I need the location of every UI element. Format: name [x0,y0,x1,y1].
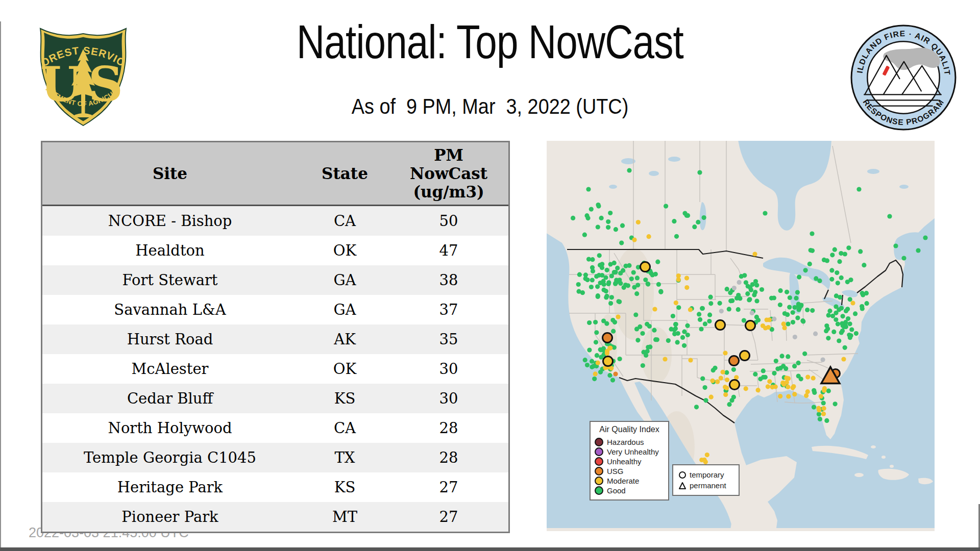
pm-cell: 28 [392,449,505,466]
temporary-circle-icon [678,471,687,479]
table-row: Savannah L&AGA37 [42,295,508,324]
table-row: Cedar BluffKS30 [42,384,508,413]
state-cell: OK [298,360,392,378]
window-edge-bottom [0,547,980,551]
aqi-legend-label: Unhealthy [607,457,642,466]
state-cell: KS [298,479,392,496]
aqi-color-swatch [595,447,603,456]
state-cell: TX [298,449,392,466]
marker-legend-label: temporary [690,470,724,479]
aqi-legend-label: Moderate [607,477,639,485]
pm-cell: 30 [392,390,505,407]
window-edge-left [0,21,1,551]
aqi-legend-label: Very Unhealthy [607,447,659,456]
pm-cell: 37 [392,301,505,318]
col-header-state: State [298,164,392,183]
table-row: Heritage ParkKS27 [42,472,508,502]
site-cell: Healdton [42,242,298,259]
aqi-color-swatch [595,438,603,446]
aqi-legend-item: Very Unhealthy [595,447,664,457]
state-cell: GA [298,301,392,318]
permanent-triangle-icon [678,482,687,490]
pm-cell: 27 [392,479,505,496]
aqi-legend-item: Moderate [595,476,664,486]
aqi-legend-item: Good [595,486,664,495]
pm-cell: 50 [392,212,505,230]
site-cell: Hurst Road [42,331,298,348]
aqi-color-swatch [595,477,603,485]
aqi-color-swatch [595,486,603,495]
site-cell: Heritage Park [42,479,298,496]
site-cell: North Holywood [42,419,298,437]
site-cell: NCORE - Bishop [42,212,298,230]
table-row: Hurst RoadAK35 [42,324,508,354]
table-row: Fort StewartGA38 [42,265,508,295]
state-cell: GA [298,271,392,289]
pm-cell: 35 [392,331,505,348]
pm-cell: 47 [392,242,505,259]
table-row: HealdtonOK47 [42,236,508,265]
site-cell: Fort Stewart [42,271,298,289]
pm-cell: 30 [392,360,505,378]
aqi-legend-label: USG [607,467,624,475]
aqi-legend-item: Hazardous [595,437,664,447]
table-body: NCORE - BishopCA50HealdtonOK47Fort Stewa… [42,206,508,532]
state-cell: CA [298,419,392,437]
site-cell: Temple Georgia C1045 [42,449,298,466]
state-cell: CA [298,212,392,230]
aqi-legend-item: Unhealthy [595,457,664,466]
col-header-site: Site [42,164,298,183]
table-row: NCORE - BishopCA50 [42,206,508,236]
site-cell: McAlester [42,360,298,378]
pm-cell: 27 [392,508,505,525]
aqi-legend-title: Air Quality Index [595,425,664,434]
page-title: National: Top NowCast [83,15,897,69]
site-cell: Cedar Bluff [42,390,298,407]
wfaqrp-logo: WILDLAND FIRE · AIR QUALITY RESPONSE PRO… [849,23,958,132]
top-nowcast-table: Site State PM NowCast (ug/m3) NCORE - Bi… [41,141,510,533]
state-cell: MT [298,508,392,525]
aqi-legend-item: USG [595,466,664,476]
state-cell: KS [298,390,392,407]
marker-legend-item: permanent [678,480,734,491]
table-header-row: Site State PM NowCast (ug/m3) [42,142,508,206]
table-row: Pioneer ParkMT27 [42,502,508,532]
aqi-legend-label: Good [607,486,626,495]
pm-cell: 38 [392,271,505,289]
state-cell: AK [298,331,392,348]
marker-legend-item: temporary [678,469,734,480]
marker-type-legend: temporarypermanent [672,464,740,496]
aqi-color-swatch [595,467,603,475]
aqi-legend: Air Quality Index HazardousVery Unhealth… [590,421,669,500]
site-cell: Pioneer Park [42,508,298,525]
site-cell: Savannah L&A [42,301,298,318]
col-header-pm: PM NowCast (ug/m3) [392,146,505,201]
aqi-legend-label: Hazardous [607,438,644,446]
page-subtitle: As of 9 PM, Mar 3, 2022 (UTC) [59,94,921,119]
table-row: McAlesterOK30 [42,354,508,384]
state-cell: OK [298,242,392,259]
marker-legend-label: permanent [690,481,726,490]
map-area: Air Quality Index HazardousVery Unhealth… [547,141,935,531]
table-row: Temple Georgia C1045TX28 [42,443,508,472]
aqi-color-swatch [595,457,603,466]
pm-cell: 28 [392,419,505,437]
table-row: North HolywoodCA28 [42,413,508,443]
